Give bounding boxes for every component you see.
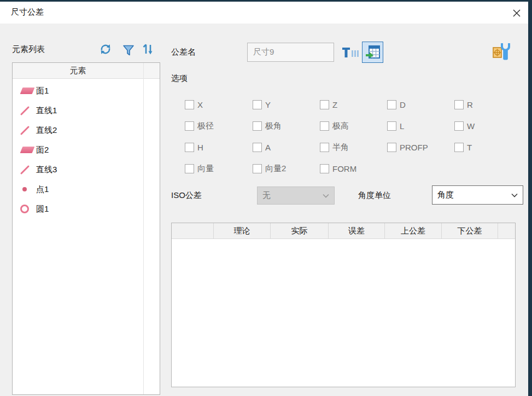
checkbox-label: X: [197, 100, 203, 109]
checkbox-vector[interactable]: 向量: [185, 162, 253, 175]
tolerance-name-input[interactable]: [247, 43, 334, 62]
checkbox-vector2[interactable]: 向量2: [253, 162, 320, 175]
checkbox-vector-input[interactable]: [185, 164, 194, 173]
element-list-title: 元素列表: [12, 44, 45, 55]
col-extra: [498, 223, 515, 238]
checkbox-label: 极径: [197, 121, 214, 131]
line-icon: [20, 164, 36, 175]
dialog-title: 尺寸公差: [11, 7, 44, 18]
text-label-button[interactable]: [341, 45, 360, 59]
checkbox-a[interactable]: A: [253, 141, 320, 154]
checkbox-d[interactable]: D: [387, 98, 454, 111]
checkbox-form-input[interactable]: [320, 164, 329, 173]
checkbox-polar-radius[interactable]: 极径: [185, 119, 253, 132]
checkbox-r-input[interactable]: [454, 100, 464, 109]
checkbox-l-input[interactable]: [387, 121, 396, 131]
checkbox-label: PROFP: [400, 143, 428, 152]
col-error: 误差: [329, 223, 385, 238]
list-item-circle1[interactable]: 圆1: [13, 199, 143, 219]
checkbox-polar-radius-input[interactable]: [185, 121, 194, 131]
tolerance-settings-button[interactable]: [490, 41, 512, 62]
checkbox-y-input[interactable]: [253, 100, 262, 109]
checkbox-polar-angle[interactable]: 极角: [253, 119, 320, 132]
line-icon: [20, 105, 36, 116]
text-label-icon: [342, 46, 359, 59]
checkbox-d-input[interactable]: [387, 100, 396, 109]
checkbox-w[interactable]: W: [454, 119, 513, 132]
checkbox-vector2-input[interactable]: [253, 164, 262, 173]
iso-tolerance-select: 无: [257, 187, 335, 205]
list-item-label: 直线3: [36, 165, 57, 175]
circle-icon: [20, 205, 36, 213]
list-item-point1[interactable]: 点1: [13, 179, 143, 199]
col-row-label: [172, 223, 214, 238]
checkbox-z[interactable]: Z: [320, 98, 387, 111]
checkbox-profp[interactable]: PROFP: [387, 141, 454, 154]
list-item-line2[interactable]: 直线2: [13, 120, 143, 140]
export-to-table-button[interactable]: [362, 42, 383, 63]
dimension-tolerance-dialog: 尺寸公差 元素列表 元素: [0, 0, 532, 396]
checkbox-h-input[interactable]: [185, 143, 194, 152]
checkbox-half-angle-input[interactable]: [320, 143, 329, 152]
point-icon: [20, 187, 36, 191]
checkbox-x-input[interactable]: [185, 100, 194, 109]
checkbox-z-input[interactable]: [320, 100, 329, 109]
checkbox-label: 向量: [197, 164, 214, 174]
checkbox-a-input[interactable]: [253, 143, 262, 152]
checkbox-polar-height-input[interactable]: [320, 121, 329, 131]
checkbox-label: FORM: [332, 164, 356, 173]
options-grid: X Y Z D R 极径 极角 极高 L W H A 半角 PROFP T 向量…: [185, 98, 513, 175]
list-item-label: 直线1: [36, 106, 57, 116]
checkbox-h[interactable]: H: [185, 141, 253, 154]
iso-tolerance-value: 无: [262, 190, 271, 201]
checkbox-form[interactable]: FORM: [320, 162, 387, 175]
list-item-label: 面2: [36, 145, 49, 155]
checkbox-label: 向量2: [265, 164, 286, 174]
checkbox-w-input[interactable]: [454, 121, 464, 131]
element-list[interactable]: 元素 面1 直线1 直线2 面2: [12, 62, 160, 395]
sort-arrows-icon: [141, 43, 155, 56]
list-item-plane2[interactable]: 面2: [13, 140, 143, 160]
checkbox-label: L: [400, 121, 404, 131]
checkbox-profp-input[interactable]: [387, 143, 396, 152]
checkbox-t-input[interactable]: [454, 143, 464, 152]
iso-tolerance-label: ISO公差: [171, 190, 202, 201]
checkbox-t[interactable]: T: [454, 141, 513, 154]
col-theoretical: 理论: [214, 223, 271, 238]
angle-unit-value: 角度: [437, 190, 454, 200]
plane-icon: [20, 147, 36, 153]
list-item-line1[interactable]: 直线1: [13, 101, 143, 120]
results-table-body: [172, 239, 515, 387]
column-divider: [143, 63, 144, 394]
list-item-plane1[interactable]: 面1: [13, 81, 143, 101]
col-lower-tol: 下公差: [442, 223, 498, 238]
checkbox-label: W: [467, 121, 475, 131]
filter-funnel-icon: [122, 44, 135, 56]
refresh-button[interactable]: [98, 42, 113, 56]
checkbox-label: 极高: [332, 121, 349, 131]
refresh-icon: [99, 43, 112, 56]
checkbox-x[interactable]: X: [185, 98, 253, 111]
checkbox-label: Y: [265, 100, 271, 109]
checkbox-l[interactable]: L: [387, 119, 454, 132]
line-icon: [20, 125, 36, 136]
checkbox-y[interactable]: Y: [253, 98, 320, 111]
checkbox-polar-height[interactable]: 极高: [320, 119, 387, 132]
results-table[interactable]: 理论 实际 误差 上公差 下公差: [171, 223, 516, 387]
results-table-header: 理论 实际 误差 上公差 下公差: [172, 223, 515, 239]
sort-button[interactable]: [141, 42, 155, 56]
list-item-label: 点1: [36, 184, 49, 195]
angle-unit-select[interactable]: 角度: [432, 185, 523, 205]
checkbox-label: 半角: [332, 142, 349, 153]
checkbox-polar-angle-input[interactable]: [253, 121, 262, 131]
checkbox-label: Z: [332, 100, 337, 109]
checkbox-label: H: [197, 143, 203, 152]
checkbox-half-angle[interactable]: 半角: [320, 141, 387, 154]
close-button[interactable]: [510, 7, 523, 20]
list-item-line3[interactable]: 直线3: [13, 160, 143, 179]
checkbox-label: 极角: [265, 121, 282, 131]
checkbox-r[interactable]: R: [454, 98, 513, 111]
list-item-label: 面1: [36, 86, 49, 96]
wrench-settings-icon: [491, 42, 512, 61]
filter-button[interactable]: [121, 43, 136, 57]
